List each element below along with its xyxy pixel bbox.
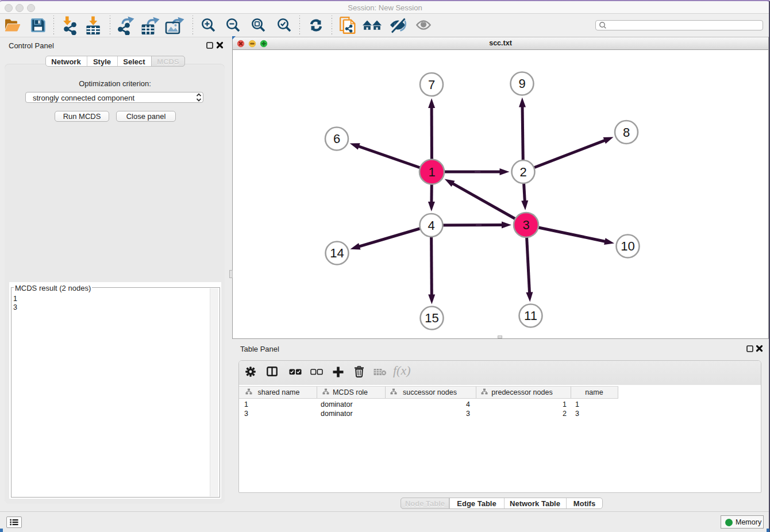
svg-text:8: 8 xyxy=(623,125,630,140)
svg-text:7: 7 xyxy=(428,78,435,92)
svg-text:3: 3 xyxy=(522,218,529,232)
svg-text:6: 6 xyxy=(333,132,340,146)
svg-text:10: 10 xyxy=(621,239,634,253)
svg-text:9: 9 xyxy=(518,76,525,91)
svg-text:11: 11 xyxy=(524,309,537,323)
svg-text:1: 1 xyxy=(428,165,435,179)
svg-text:2: 2 xyxy=(519,165,526,179)
svg-text:15: 15 xyxy=(425,311,438,325)
svg-text:14: 14 xyxy=(330,246,344,260)
svg-text:4: 4 xyxy=(428,218,434,233)
